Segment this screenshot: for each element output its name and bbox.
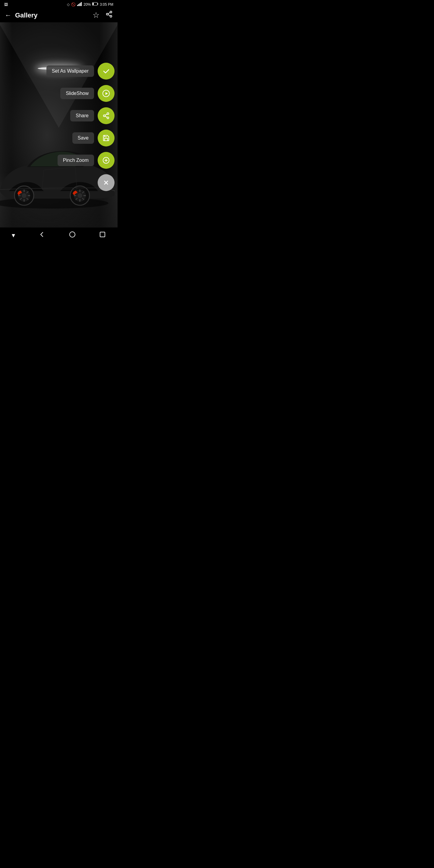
svg-point-7	[110, 11, 112, 13]
fab-item-close	[98, 174, 115, 191]
nav-dropdown-button[interactable]: ▾	[12, 231, 15, 239]
fab-item-slideshow: SlideShow	[60, 85, 115, 102]
svg-rect-50	[100, 232, 105, 237]
nav-recent-button[interactable]	[99, 231, 106, 240]
status-right: ◇ 🚫 20% 3:05 PM	[67, 2, 113, 7]
svg-point-41	[107, 117, 109, 119]
image-icon: 🖼	[4, 2, 8, 7]
close-fab-button[interactable]	[98, 174, 115, 191]
svg-rect-6	[93, 3, 94, 5]
svg-point-9	[110, 16, 112, 17]
svg-line-11	[108, 13, 110, 14]
time: 3:05 PM	[100, 2, 113, 7]
svg-point-39	[107, 113, 109, 115]
favorite-button[interactable]: ☆	[93, 10, 99, 20]
save-label[interactable]: Save	[72, 132, 94, 144]
share-label[interactable]: Share	[70, 110, 94, 121]
save-button[interactable]	[98, 130, 115, 147]
top-bar-right: ☆	[93, 10, 113, 20]
no-sim-icon: 🚫	[71, 2, 76, 7]
signal-icon	[77, 2, 82, 7]
car-background: Set As Wallpaper SlideShow	[0, 22, 118, 227]
svg-point-49	[70, 232, 75, 237]
fab-item-save: Save	[72, 130, 115, 147]
page-title: Gallery	[15, 11, 38, 19]
battery-percent: 20%	[84, 2, 91, 7]
svg-line-43	[105, 114, 107, 116]
nav-home-button[interactable]	[69, 231, 76, 240]
battery-icon	[92, 2, 98, 7]
svg-marker-38	[105, 92, 108, 95]
svg-rect-3	[81, 2, 82, 6]
bottom-nav-bar: ▾	[0, 227, 118, 243]
svg-line-10	[108, 15, 110, 16]
slideshow-label[interactable]: SlideShow	[60, 88, 94, 99]
pinch-zoom-label[interactable]: Pinch Zoom	[58, 155, 94, 166]
svg-rect-2	[80, 3, 81, 6]
svg-rect-5	[98, 3, 98, 5]
svg-point-26	[78, 193, 82, 198]
status-left: 🖼	[4, 2, 8, 7]
svg-point-8	[106, 13, 108, 15]
wifi-icon: ◇	[67, 2, 70, 7]
back-button[interactable]: ←	[5, 11, 11, 19]
slideshow-button[interactable]	[98, 85, 115, 102]
fab-item-wallpaper: Set As Wallpaper	[46, 63, 115, 80]
fab-menu: Set As Wallpaper SlideShow	[46, 63, 115, 191]
svg-rect-0	[77, 5, 78, 6]
set-wallpaper-button[interactable]	[98, 63, 115, 80]
share-top-button[interactable]	[105, 10, 113, 20]
share-button[interactable]	[98, 107, 115, 124]
pinch-zoom-button[interactable]	[98, 152, 115, 169]
fab-item-share: Share	[70, 107, 115, 124]
top-bar: ← Gallery ☆	[0, 8, 118, 22]
set-wallpaper-label[interactable]: Set As Wallpaper	[46, 65, 94, 77]
car-image-area: Set As Wallpaper SlideShow	[0, 22, 118, 227]
svg-point-40	[103, 115, 105, 117]
svg-rect-1	[79, 4, 79, 6]
status-bar: 🖼 ◇ 🚫 20% 3:05 PM	[0, 0, 118, 8]
svg-line-42	[105, 116, 107, 118]
top-bar-left: ← Gallery	[5, 11, 38, 19]
svg-point-15	[22, 193, 27, 198]
nav-back-button[interactable]	[38, 231, 45, 240]
fab-item-pinch-zoom: Pinch Zoom	[58, 152, 115, 169]
